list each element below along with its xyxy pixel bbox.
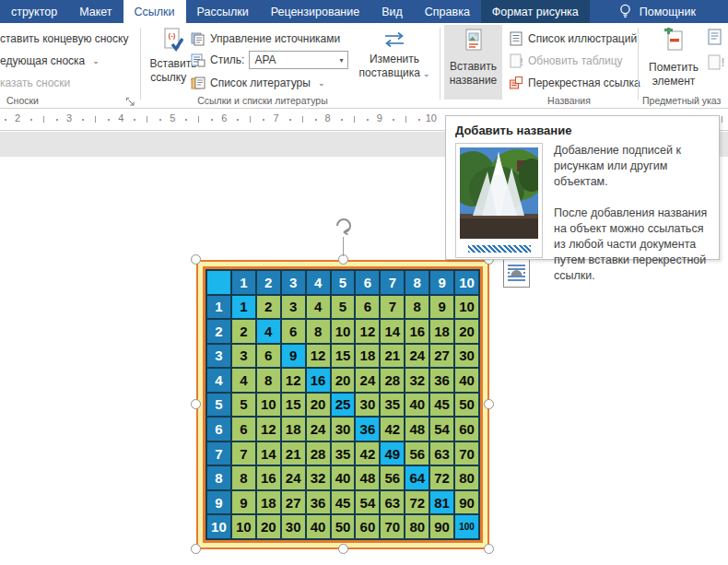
tab-recenzirovanie[interactable]: Рецензирование [260, 0, 371, 23]
ruler-dot [263, 119, 264, 121]
table-cell: 90 [430, 515, 453, 538]
table-cell: 16 [307, 369, 330, 392]
tab-ssylki[interactable]: Ссылки [123, 0, 186, 23]
style-combobox[interactable]: APA ▾ [249, 51, 348, 69]
table-cell: 9 [430, 296, 453, 319]
table-cell: 56 [405, 442, 429, 465]
table-cell: 7 [232, 442, 255, 465]
table-cell: 4 [307, 271, 330, 294]
table-cell: 30 [356, 394, 379, 417]
svg-text:(-): (-) [169, 31, 176, 40]
table-cell: 3 [207, 345, 230, 368]
table-cell: 4 [257, 320, 280, 343]
table-cell: 16 [405, 320, 429, 343]
table-cell: 48 [405, 418, 429, 441]
ruler-number: 8 [325, 112, 331, 124]
table-cell: 5 [332, 296, 355, 319]
table-cell: 24 [282, 466, 305, 489]
table-cell: 3 [232, 345, 255, 368]
table-cell: 81 [430, 491, 453, 514]
insert-caption-tooltip: Добавить название [445, 115, 720, 260]
update-table-button: ! Обновить таблицу [509, 52, 623, 70]
table-of-figures-button[interactable]: Список иллюстраций [509, 29, 637, 48]
table-cell: 54 [356, 491, 379, 514]
table-cell: 24 [356, 369, 379, 392]
table-cell: 30 [282, 515, 305, 538]
table-cell: 35 [332, 442, 355, 465]
table-cell: 40 [307, 515, 330, 538]
insert-endnote-button[interactable]: ставить концевую сноску [0, 29, 128, 48]
mark-entry-button[interactable]: Пометить элемент [645, 25, 702, 97]
resize-handle-bottom-left[interactable] [191, 544, 201, 554]
table-cell: 8 [232, 466, 255, 489]
assistant-area[interactable]: Помощник [610, 0, 705, 23]
dialog-launcher-icon[interactable] [125, 97, 135, 107]
table-cell: 8 [207, 466, 230, 489]
index-document-icon [708, 29, 724, 45]
resize-handle-bottom-middle[interactable] [338, 544, 348, 554]
table-cell: 40 [332, 466, 355, 489]
ruler-number: 7 [273, 112, 278, 124]
table-cell: 28 [307, 442, 330, 465]
insert-caption-button[interactable]: Вставить название [444, 25, 502, 100]
table-cell: 20 [455, 320, 478, 343]
tab-maket[interactable]: Макет [68, 0, 123, 23]
group-divider [638, 28, 639, 100]
table-cell: 5 [207, 394, 230, 417]
bibliography-button[interactable]: Список литературы ⌄ [191, 74, 324, 92]
update-index-button: ! [708, 53, 726, 72]
ruler-number: 4 [118, 112, 123, 124]
rotate-handle-icon[interactable] [333, 215, 355, 237]
table-cell: 4 [307, 296, 330, 319]
table-cell: 40 [455, 369, 478, 392]
tab-bar: структорМакетСсылкиРассылкиРецензировани… [0, 0, 728, 23]
insert-index-button[interactable] [708, 28, 724, 46]
table-cell: 5 [332, 271, 355, 294]
table-cell: 15 [332, 345, 355, 368]
table-cell: 14 [381, 320, 404, 343]
ruler-dot [82, 119, 84, 121]
style-icon [191, 53, 205, 67]
ruler-dot [108, 119, 110, 121]
tab-rassylki[interactable]: Рассылки [186, 0, 260, 23]
table-cell: 35 [381, 394, 404, 417]
show-notes-button: казать сноски [0, 74, 70, 92]
ruler-dot [237, 119, 239, 121]
group-divider [140, 28, 141, 100]
table-cell: 36 [356, 418, 379, 441]
ruler-dot [159, 119, 161, 121]
table-cell: 20 [332, 369, 355, 392]
citation-document-icon: (-) [162, 28, 184, 53]
tab-konstruktor[interactable]: структор [0, 0, 68, 23]
resize-handle-top-left[interactable] [191, 254, 201, 265]
ruler-tick [147, 116, 147, 123]
chevron-down-icon: ⌄ [318, 78, 325, 88]
style-row: Стиль: APA ▾ [191, 51, 348, 69]
table-cell: 7 [207, 442, 230, 465]
manage-sources-button[interactable]: Управление источниками [191, 29, 340, 48]
resize-handle-middle-left[interactable] [191, 399, 201, 409]
table-cell: 8 [307, 320, 330, 343]
cross-reference-button[interactable]: Перекрестная ссылка [509, 74, 640, 92]
next-footnote-button[interactable]: едующая сноска ⌄ [0, 52, 100, 70]
update-index-icon: ! [708, 54, 726, 71]
tab-vid[interactable]: Вид [370, 0, 414, 23]
chevron-down-icon: ⌄ [423, 69, 430, 78]
resize-handle-bottom-right[interactable] [484, 544, 494, 554]
table-cell: 49 [381, 442, 404, 465]
resize-handle-middle-right[interactable] [484, 399, 494, 409]
change-provider-button[interactable]: Изменить поставщика⌄ [358, 25, 431, 97]
tab-spravka[interactable]: Справка [414, 0, 481, 23]
manage-sources-icon [191, 32, 205, 46]
table-cell: 28 [381, 369, 404, 392]
ruler-tick [198, 116, 199, 123]
ruler-dot [134, 119, 135, 121]
selected-picture[interactable]: 1234567891011234567891022468101214161820… [196, 260, 489, 549]
table-cell: 4 [207, 369, 230, 392]
tab-format-risunka[interactable]: Формат рисунка [481, 0, 590, 23]
combobox-arrow-icon: ▾ [339, 56, 343, 65]
ruler-dot [341, 119, 343, 121]
table-cell: 2 [257, 296, 280, 319]
ruler-dot [289, 119, 291, 121]
table-cell: 20 [257, 515, 280, 538]
